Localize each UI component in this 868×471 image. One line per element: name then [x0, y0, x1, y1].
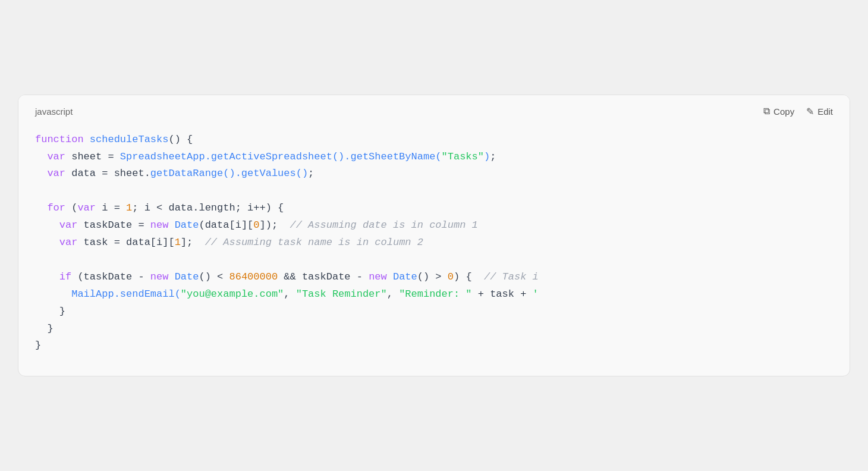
- copy-icon: ⧉: [763, 106, 770, 117]
- code-language: javascript: [35, 106, 73, 117]
- code-actions: ⧉ Copy ✎ Edit: [763, 106, 833, 117]
- copy-label: Copy: [773, 106, 794, 117]
- edit-label: Edit: [817, 106, 833, 117]
- code-block: javascript ⧉ Copy ✎ Edit function schedu…: [18, 95, 850, 377]
- code-content: function scheduleTasks() { var sheet = S…: [35, 131, 833, 355]
- code-body: function scheduleTasks() { var sheet = S…: [18, 125, 850, 376]
- edit-button[interactable]: ✎ Edit: [806, 106, 833, 117]
- code-header: javascript ⧉ Copy ✎ Edit: [18, 95, 850, 125]
- copy-button[interactable]: ⧉ Copy: [763, 106, 794, 117]
- edit-icon: ✎: [806, 106, 814, 117]
